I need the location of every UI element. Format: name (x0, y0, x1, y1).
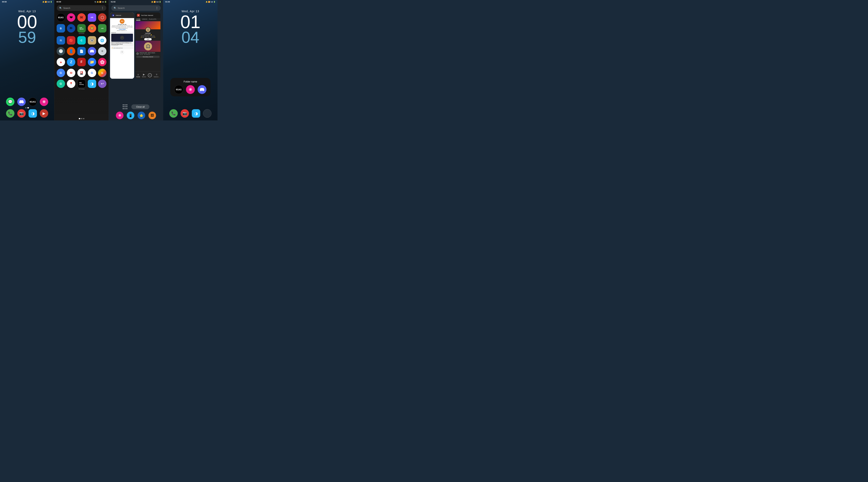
dock-blooms[interactable]: ❋ (40, 98, 48, 106)
dock-camera[interactable]: 📷 (17, 109, 26, 118)
app-dot[interactable]: ⬡ (98, 13, 106, 22)
internet-articles: Articles Published: 15... (117, 30, 127, 31)
app-bobworld[interactable]: bobWorldbob World (77, 24, 86, 34)
close-all-button[interactable]: Close all (131, 104, 149, 109)
p3-dock-phone[interactable]: 📱 (127, 111, 134, 119)
plus-icon: + (148, 73, 152, 77)
yt-channel-name: Lofi Girl (135, 32, 160, 34)
app-privacy[interactable]: 👁 (67, 24, 76, 34)
p4-dock-internet[interactable]: ◑ (192, 109, 200, 118)
p3-dock-star[interactable]: ⭐ (137, 111, 145, 119)
chevron-down-icon: ▼ (120, 51, 124, 54)
panel-recents: 01:02 🔔 📶 Volt 🔋 🔍 Search ⋮ ◑ Internet A… (108, 0, 163, 121)
yt-channel-header: 🎧 (135, 21, 160, 32)
app-files[interactable]: 📁 (88, 58, 96, 67)
p2-search-more[interactable]: ⋮ (101, 6, 104, 10)
app-komoot[interactable]: 🌸 (98, 58, 106, 67)
app-contacts[interactable]: 👤 (67, 47, 76, 56)
yt-nav-plus[interactable]: + (148, 73, 152, 77)
internet-card-body: AJ AYUSH JALAN Ayush is a tech-enthusias… (110, 18, 134, 79)
recent-card-internet[interactable]: ◑ Internet AJ AYUSH JALAN Ayush is a tec… (110, 12, 134, 79)
yt-join-button[interactable]: Join (144, 38, 152, 40)
app-gphotos[interactable]: 🎴 (77, 69, 86, 77)
folder-overlay[interactable]: Folder name 9GAG ❋ (170, 78, 211, 96)
folder-app-9gag[interactable]: 9GAG (174, 85, 183, 94)
yt-video-channel: Lofi Girl · 40K watching (140, 54, 156, 55)
grid-button[interactable] (123, 104, 128, 109)
p4-main-content: Wed, Apr 13 01 04 (163, 4, 217, 121)
app-curve[interactable]: ↩ (98, 79, 106, 90)
app-clock[interactable]: 🕐 (56, 47, 65, 56)
p3-dock-blooms[interactable]: ❋ (116, 111, 124, 119)
p3-search-bar[interactable]: 🔍 Search ⋮ (111, 5, 161, 11)
panel-homescreen: 00:59 🔔 📶 Volt 🔋 Wed, Apr 13 00 59 💬 9GA… (0, 0, 54, 121)
yt-video-info: lofi hip hop radio - beats to relax/st..… (135, 52, 160, 55)
app-bixby[interactable]: B (56, 24, 65, 34)
app-indmoney[interactable]: INDmoneyIND money (77, 79, 86, 90)
app-ar[interactable]: AR (88, 13, 96, 22)
status-icons-p3: 🔔 📶 Volt 🔋 (151, 1, 161, 3)
internet-url-bar[interactable]: ★ www.makeuseof.com (111, 47, 133, 49)
app-health[interactable]: ❤ (67, 13, 76, 22)
app-screen[interactable]: 🔴 (67, 36, 76, 45)
dot-2 (27, 107, 29, 108)
app-gmail2[interactable]: M (67, 69, 76, 77)
internet-article-title: How to Customize the Quick Settings on a… (111, 42, 133, 45)
p2-search-bar[interactable]: 🔍 Search ⋮ (57, 5, 106, 11)
subscriptions-icon: ≡ (156, 73, 157, 76)
app-fender[interactable]: F (77, 58, 86, 67)
app-oneui[interactable]: ◑ (88, 79, 96, 90)
folder-app-blooms[interactable]: ❋ (186, 85, 195, 94)
status-bar-p1: 00:59 🔔 📶 Volt 🔋 (0, 0, 54, 4)
p3-dock-icons: ❋ 📱 ⭐ 🖼 (116, 111, 156, 119)
status-icons-p4: 🔔 📶 Volt 🔋 (206, 1, 216, 3)
yt-nav-sub-label: Subscri... (154, 76, 159, 77)
dock-youtube[interactable]: ▶ (40, 109, 48, 118)
dock-9gag[interactable]: 9GAG (29, 98, 37, 106)
yt-nav-subscriptions[interactable]: ≡ Subscri... (154, 73, 159, 77)
status-icons-p2: 📷 🔔 📶 Volt 🔋 (94, 1, 106, 3)
recent-card-youtube[interactable]: ▶ YouTube Vanced HOME VIDEOS PLAYLISTS 🎧… (135, 12, 160, 79)
shorts-icon: ▶ (143, 73, 145, 76)
yt-lofi-avatar: 🎧 (144, 42, 152, 51)
app-gdrive[interactable]: 🔺 (56, 58, 65, 67)
app-brave[interactable]: 🦁 (88, 24, 96, 34)
app-koala[interactable]: 🐨 (88, 36, 96, 45)
app-gcolor[interactable]: G (98, 69, 106, 77)
app-maps[interactable]: 📍 (67, 79, 76, 90)
dock-phone[interactable]: 📞 (6, 109, 14, 118)
folder-app-discord[interactable] (197, 85, 207, 94)
app-doccloud[interactable]: 📄 (77, 47, 86, 56)
yt-nav-home[interactable]: ⌂ Home (136, 73, 140, 77)
app-discord2[interactable] (88, 47, 96, 56)
app-chrome[interactable]: 🌐 (98, 36, 106, 45)
dock-samsung-internet[interactable]: ◑ (29, 109, 37, 118)
p4-dock-row: 📞 📷 ◑ (169, 109, 212, 118)
app-gboard[interactable]: G (56, 69, 65, 77)
yt-tab-home[interactable]: HOME (136, 19, 141, 21)
app-canva[interactable]: C (77, 36, 86, 45)
yt-secondary-channel: Secondary channel (136, 56, 160, 58)
yt-nav-shorts[interactable]: ▶ Shorts (142, 73, 146, 77)
p4-dock-camera[interactable]: 📷 (181, 109, 189, 118)
app-gmail1[interactable]: ✉ (77, 13, 86, 22)
status-icons-p1: 🔔 📶 Volt 🔋 (42, 1, 52, 3)
dock-whatsapp[interactable]: 💬 (6, 98, 14, 106)
app-grammarly[interactable]: G (56, 79, 65, 90)
p2-page-dots (55, 117, 108, 121)
app-google[interactable]: G (88, 69, 96, 77)
p3-dock-gallery[interactable]: 🖼 (148, 111, 156, 119)
panel-app-drawer: 00:59 📷 🔔 📶 Volt 🔋 🔍 Search ⋮ 9GAG ❤ ✉ A… (54, 0, 108, 121)
dock-discord[interactable] (17, 98, 26, 106)
app-calendar[interactable]: 31 (56, 36, 65, 45)
app-9gag[interactable]: 9GAG (56, 13, 65, 22)
p1-dock-row1: 💬 9GAG ❋ (6, 98, 48, 106)
app-calculator[interactable]: ÷× (98, 24, 106, 34)
p4-dock-phone[interactable]: 📞 (169, 109, 178, 118)
p3-search-more[interactable]: ⋮ (155, 6, 158, 10)
app-zoom[interactable]: Z (67, 58, 76, 67)
dot-p2-1 (79, 118, 80, 119)
yt-tab-playlists[interactable]: PLAYLISTS (149, 19, 156, 21)
app-notes[interactable]: ≡ (98, 47, 106, 56)
yt-tab-videos[interactable]: VIDEOS (142, 19, 147, 21)
